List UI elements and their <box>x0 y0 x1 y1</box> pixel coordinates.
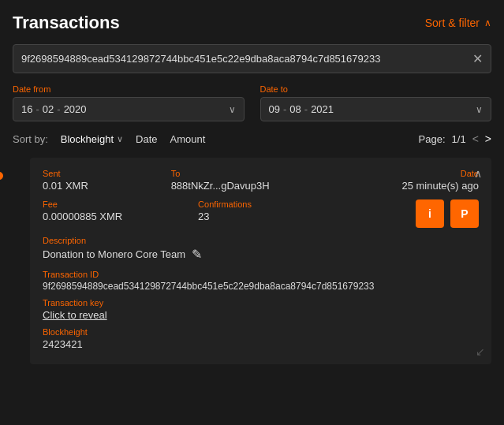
sort-by-label: Sort by: <box>13 133 48 145</box>
page-value: 1/1 <box>452 133 466 145</box>
date-from-label: Date from <box>13 84 245 94</box>
date-to-sep2: - <box>304 103 308 115</box>
date-to-year: 2021 <box>311 103 334 115</box>
page-label: Page: <box>419 133 446 145</box>
tx-amount: 0.01 XMR <box>43 180 171 192</box>
date-to-sep1: - <box>283 103 286 115</box>
proof-icon: P <box>461 207 468 220</box>
date-from-parts: 16 - 02 - 2020 <box>21 103 229 115</box>
date-to-parts: 09 - 08 - 2021 <box>269 103 476 115</box>
page-info: Page: 1/1 < > <box>419 132 491 145</box>
tx-id-section: Transaction ID 9f2698594889cead534129872… <box>43 270 479 292</box>
tx-key-label: Transaction key <box>43 298 479 308</box>
transaction-card: ∧ Sent 0.01 XMR To 888tNkZr...gDavup3H D… <box>30 158 491 364</box>
tx-key-section: Transaction key Click to reveal <box>43 298 479 321</box>
tx-info-button[interactable]: i <box>416 199 444 228</box>
tx-main-row: Sent 0.01 XMR To 888tNkZr...gDavup3H Dat… <box>43 169 479 192</box>
tx-action-icons: i P <box>416 199 479 228</box>
resize-handle-icon: ↙ <box>476 345 485 358</box>
date-from-sep2: - <box>57 103 60 115</box>
tx-description-value: Donation to Monero Core Team <box>43 248 185 260</box>
date-to-chevron-icon: ∨ <box>476 104 483 115</box>
tx-date-value: 25 minute(s) ago <box>350 180 479 192</box>
sort-row: Sort by: Blockheight ∨ Date Amount Page:… <box>13 132 491 145</box>
sort-amount-label: Amount <box>170 133 205 145</box>
date-to-month: 08 <box>289 103 301 115</box>
tx-id-label: Transaction ID <box>43 270 479 279</box>
sort-blockheight-chevron-icon: ∨ <box>117 134 123 144</box>
tx-confirmations-label: Confirmations <box>198 199 416 209</box>
tx-date-col: Date 25 minute(s) ago <box>350 169 479 192</box>
info-icon: i <box>428 207 431 220</box>
tx-description-section: Description Donation to Monero Core Team… <box>43 236 479 262</box>
tx-key-reveal-button[interactable]: Click to reveal <box>43 309 107 321</box>
tx-type-label: Sent <box>43 169 171 178</box>
sort-filter-label: Sort & filter <box>425 17 480 29</box>
tx-blockheight-label: Blockheight <box>43 327 479 337</box>
tx-fee-value: 0.00000885 XMR <box>43 211 198 222</box>
date-from-year: 2020 <box>64 103 87 115</box>
tx-second-row: Fee 0.00000885 XMR Confirmations 23 i P <box>43 199 479 228</box>
transaction-status-dot <box>0 172 3 180</box>
tx-fee-label: Fee <box>43 199 198 209</box>
date-to-input[interactable]: 09 - 08 - 2021 ∨ <box>260 97 492 121</box>
date-from-sep1: - <box>35 103 39 115</box>
date-from-input[interactable]: 16 - 02 - 2020 ∨ <box>13 97 245 121</box>
tx-id-value: 9f2698594889cead534129872744bbc451e5c22e… <box>43 281 479 292</box>
search-bar: ✕ <box>13 44 491 73</box>
tx-blockheight-section: Blockheight 2423421 <box>43 327 479 350</box>
tx-to-col: To 888tNkZr...gDavup3H <box>171 169 351 192</box>
date-from-day: 16 <box>21 103 32 115</box>
clear-search-icon[interactable]: ✕ <box>472 51 483 66</box>
tx-fee-col: Fee 0.00000885 XMR <box>43 199 198 222</box>
date-to-group: Date to 09 - 08 - 2021 ∨ <box>260 84 492 121</box>
page-title: Transactions <box>13 13 120 33</box>
tx-to-address: 888tNkZr...gDavup3H <box>171 180 351 192</box>
tx-description-row: Donation to Monero Core Team ✎ <box>43 247 479 262</box>
tx-confirmations-col: Confirmations 23 <box>198 199 416 222</box>
tx-description-label: Description <box>43 236 479 245</box>
edit-description-icon[interactable]: ✎ <box>192 247 202 262</box>
page-header: Transactions Sort & filter ∧ <box>13 13 491 33</box>
sort-amount-button[interactable]: Amount <box>170 133 205 145</box>
sort-filter-chevron-icon: ∧ <box>484 17 491 28</box>
search-input[interactable] <box>21 53 466 65</box>
sort-filter-button[interactable]: Sort & filter ∧ <box>425 17 491 29</box>
date-filters: Date from 16 - 02 - 2020 ∨ Date to 09 - … <box>13 84 491 121</box>
tx-proof-button[interactable]: P <box>450 199 479 228</box>
tx-sent-col: Sent 0.01 XMR <box>43 169 171 192</box>
tx-confirmations-value: 23 <box>198 211 416 222</box>
tx-date-label: Date <box>350 169 479 178</box>
date-to-day: 09 <box>269 103 280 115</box>
date-from-chevron-icon: ∨ <box>229 104 236 115</box>
collapse-icon[interactable]: ∧ <box>474 167 482 180</box>
sort-blockheight-label: Blockheight <box>61 133 114 145</box>
date-to-label: Date to <box>260 84 492 94</box>
sort-date-label: Date <box>136 133 157 145</box>
date-from-month: 02 <box>43 103 54 115</box>
prev-page-button[interactable]: < <box>472 132 479 145</box>
sort-date-button[interactable]: Date <box>136 133 157 145</box>
date-from-group: Date from 16 - 02 - 2020 ∨ <box>13 84 245 121</box>
next-page-button[interactable]: > <box>485 132 491 145</box>
tx-to-label: To <box>171 169 351 178</box>
sort-blockheight-button[interactable]: Blockheight ∨ <box>61 133 123 145</box>
tx-blockheight-value: 2423421 <box>43 338 479 350</box>
